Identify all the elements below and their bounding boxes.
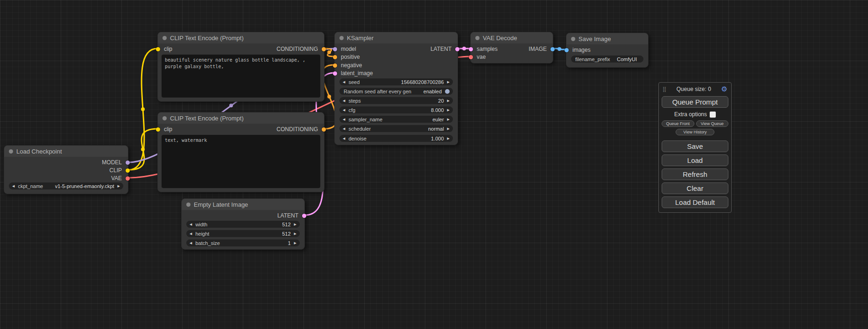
- decrement-arrow-icon[interactable]: ◀: [343, 118, 345, 121]
- increment-arrow-icon[interactable]: ▶: [118, 184, 120, 188]
- port-label-image: IMAGE: [529, 45, 547, 53]
- widget-label: denoise: [348, 136, 367, 141]
- increment-arrow-icon[interactable]: ▶: [447, 137, 450, 140]
- decrement-arrow-icon[interactable]: ◀: [343, 99, 345, 103]
- positive-input-port[interactable]: [333, 55, 337, 59]
- view-history-button[interactable]: View History: [676, 129, 715, 135]
- decrement-arrow-icon[interactable]: ◀: [190, 241, 192, 245]
- widget-label: steps: [348, 98, 360, 104]
- node-titlebar[interactable]: Empty Latent Image: [182, 199, 304, 210]
- conditioning-output-port[interactable]: [322, 47, 326, 51]
- decrement-arrow-icon[interactable]: ◀: [343, 137, 345, 140]
- batch-size-widget[interactable]: ◀ batch_size 1 ▶: [186, 239, 300, 246]
- node-title: Save Image: [579, 35, 611, 42]
- latent-output-port[interactable]: [302, 214, 306, 218]
- image-output-port[interactable]: [550, 47, 555, 51]
- extra-options-row: Extra options: [662, 111, 728, 118]
- clip-input-port[interactable]: [156, 47, 160, 51]
- increment-arrow-icon[interactable]: ▶: [447, 118, 450, 121]
- node-titlebar[interactable]: CLIP Text Encode (Prompt): [158, 32, 324, 43]
- latent-image-input-port[interactable]: [333, 71, 337, 76]
- conditioning-output-port[interactable]: [322, 127, 326, 132]
- filename-prefix-widget[interactable]: filename_prefix ComfyUI: [571, 56, 643, 63]
- vae-output-port[interactable]: [126, 176, 130, 181]
- extra-options-checkbox[interactable]: [710, 112, 716, 118]
- vae-input-port[interactable]: [469, 55, 473, 59]
- node-save-image[interactable]: Save Image images filename_prefix ComfyU…: [566, 33, 649, 68]
- load-default-button[interactable]: Load Default: [662, 196, 728, 208]
- clip-output-port[interactable]: [126, 168, 130, 173]
- queue-front-button[interactable]: Queue Front: [662, 120, 694, 127]
- collapse-dot-icon[interactable]: [475, 36, 480, 40]
- decrement-arrow-icon[interactable]: ◀: [12, 184, 14, 188]
- node-titlebar[interactable]: VAE Decode: [471, 32, 553, 43]
- node-ksampler[interactable]: KSampler model LATENT positive negative …: [334, 32, 458, 145]
- collapse-dot-icon[interactable]: [9, 149, 13, 154]
- increment-arrow-icon[interactable]: ▶: [294, 223, 296, 226]
- widget-label: sampler_name: [348, 117, 382, 122]
- refresh-button[interactable]: Refresh: [662, 168, 728, 180]
- negative-input-port[interactable]: [333, 63, 337, 68]
- increment-arrow-icon[interactable]: ▶: [447, 127, 450, 131]
- denoise-widget[interactable]: ◀ denoise 1.000 ▶: [339, 135, 453, 142]
- random-seed-toggle-widget[interactable]: Random seed after every gen enabled: [339, 88, 453, 95]
- cfg-widget[interactable]: ◀ cfg 8.000 ▶: [339, 106, 453, 113]
- port-row-images: images: [566, 46, 648, 54]
- samples-input-port[interactable]: [469, 47, 473, 51]
- node-empty-latent-image[interactable]: Empty Latent Image LATENT ◀ width 512 ▶ …: [181, 198, 305, 250]
- increment-arrow-icon[interactable]: ▶: [294, 232, 296, 236]
- collapse-dot-icon[interactable]: [571, 37, 575, 41]
- increment-arrow-icon[interactable]: ▶: [447, 80, 450, 84]
- node-graph-canvas[interactable]: Load Checkpoint MODEL CLIP VAE ◀ ckpt_na…: [0, 0, 868, 329]
- settings-gear-icon[interactable]: ⚙: [721, 85, 727, 93]
- load-button[interactable]: Load: [662, 154, 728, 166]
- node-clip-text-encode-positive[interactable]: CLIP Text Encode (Prompt) clip CONDITION…: [157, 32, 325, 102]
- decrement-arrow-icon[interactable]: ◀: [190, 232, 192, 236]
- increment-arrow-icon[interactable]: ▶: [447, 108, 450, 112]
- ckpt-name-widget[interactable]: ◀ ckpt_name v1-5-pruned-emaonly.ckpt ▶: [9, 182, 123, 189]
- sampler-name-widget[interactable]: ◀ sampler_name euler ▶: [339, 116, 453, 123]
- height-widget[interactable]: ◀ height 512 ▶: [186, 230, 300, 237]
- latent-output-port[interactable]: [455, 47, 459, 51]
- collapse-dot-icon[interactable]: [186, 203, 191, 207]
- decrement-arrow-icon[interactable]: ◀: [190, 223, 192, 226]
- port-row-clip-conditioning: clip CONDITIONING: [158, 45, 324, 53]
- model-input-port[interactable]: [333, 47, 337, 51]
- queue-panel[interactable]: ⣿ Queue size: 0 ⚙ Queue Prompt Extra opt…: [658, 82, 732, 213]
- collapse-dot-icon[interactable]: [339, 36, 344, 40]
- width-widget[interactable]: ◀ width 512 ▶: [186, 221, 300, 228]
- images-input-port[interactable]: [565, 48, 569, 52]
- increment-arrow-icon[interactable]: ▶: [447, 99, 450, 103]
- node-titlebar[interactable]: CLIP Text Encode (Prompt): [158, 112, 324, 124]
- view-queue-button[interactable]: View Queue: [696, 120, 729, 127]
- node-titlebar[interactable]: Load Checkpoint: [4, 146, 128, 157]
- node-clip-text-encode-negative[interactable]: CLIP Text Encode (Prompt) clip CONDITION…: [157, 112, 325, 192]
- seed-widget[interactable]: ◀ seed 156680208700286 ▶: [339, 78, 453, 85]
- port-row-latent: LATENT: [182, 212, 304, 220]
- queue-prompt-button[interactable]: Queue Prompt: [662, 96, 728, 108]
- clip-input-port[interactable]: [156, 127, 160, 132]
- decrement-arrow-icon[interactable]: ◀: [343, 108, 345, 112]
- clear-button[interactable]: Clear: [662, 182, 728, 194]
- node-titlebar[interactable]: KSampler: [335, 32, 458, 43]
- save-button[interactable]: Save: [662, 140, 728, 152]
- drag-handle-icon[interactable]: ⣿: [663, 86, 666, 92]
- toggle-knob-icon[interactable]: [445, 89, 450, 94]
- collapse-dot-icon[interactable]: [162, 116, 167, 120]
- widget-value: euler: [432, 117, 444, 122]
- scheduler-widget[interactable]: ◀ scheduler normal ▶: [339, 125, 453, 132]
- port-label-positive: positive: [341, 53, 360, 61]
- node-load-checkpoint[interactable]: Load Checkpoint MODEL CLIP VAE ◀ ckpt_na…: [4, 145, 128, 194]
- increment-arrow-icon[interactable]: ▶: [294, 241, 296, 245]
- prompt-text-area[interactable]: beautiful scenery nature glass bottle la…: [162, 55, 320, 98]
- decrement-arrow-icon[interactable]: ◀: [343, 80, 345, 84]
- collapse-dot-icon[interactable]: [162, 36, 167, 40]
- port-row-negative: negative: [335, 62, 458, 70]
- node-titlebar[interactable]: Save Image: [566, 33, 648, 44]
- prompt-text-area[interactable]: text, watermark: [162, 135, 320, 188]
- decrement-arrow-icon[interactable]: ◀: [343, 127, 345, 131]
- steps-widget[interactable]: ◀ steps 20 ▶: [339, 97, 453, 104]
- extra-options-label: Extra options: [674, 111, 707, 118]
- node-vae-decode[interactable]: VAE Decode samples IMAGE vae: [470, 32, 553, 63]
- model-output-port[interactable]: [126, 161, 130, 165]
